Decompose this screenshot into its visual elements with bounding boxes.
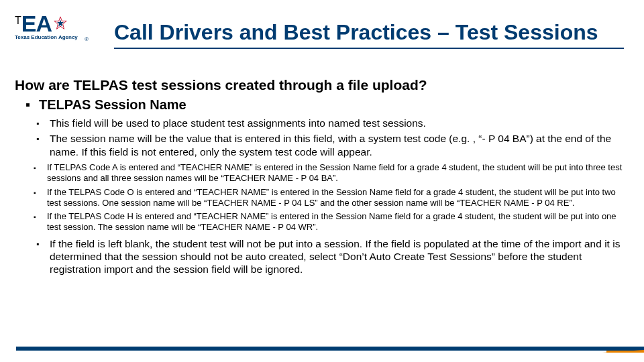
footer-bar [0,346,644,353]
list-item: If TELPAS Code A is entered and “TEACHER… [47,162,625,184]
list-item: This field will be used to place student… [50,117,625,129]
slide-body: How are TELPAS test sessions created thr… [15,77,625,279]
logo-letter-t: T [15,15,21,27]
bullet-list-level3: If TELPAS Code A is entered and “TEACHER… [15,162,625,233]
bullet-list-level2b: If the field is left blank, the student … [15,237,625,276]
list-item: If the TELPAS Code O is entered and “TEA… [47,187,625,209]
logo-wordmark: TEA [15,15,89,33]
logo-letters-ea: EA [21,15,52,33]
list-item: The session name will be the value that … [50,132,625,158]
bullet-list-level2: This field will be used to place student… [15,117,625,158]
question-heading: How are TELPAS test sessions created thr… [15,77,625,93]
list-item: TELPAS Session Name [39,97,625,113]
star-icon [53,16,68,31]
bullet-list-level1: TELPAS Session Name [15,97,625,113]
footer-orange-wedge [602,350,644,353]
slide-title: Call Drivers and Best Practices – Test S… [114,20,624,49]
list-item: If the TELPAS Code H is entered and “TEA… [47,211,625,233]
tea-logo: TEA Texas Education Agency [15,15,89,40]
logo-subtitle: Texas Education Agency [15,34,89,40]
list-item: If the field is left blank, the student … [50,237,625,276]
slide: TEA Texas Education Agency ® Call Driver… [0,0,644,362]
registered-mark: ® [85,36,89,42]
footer-blue-bar [16,347,644,351]
